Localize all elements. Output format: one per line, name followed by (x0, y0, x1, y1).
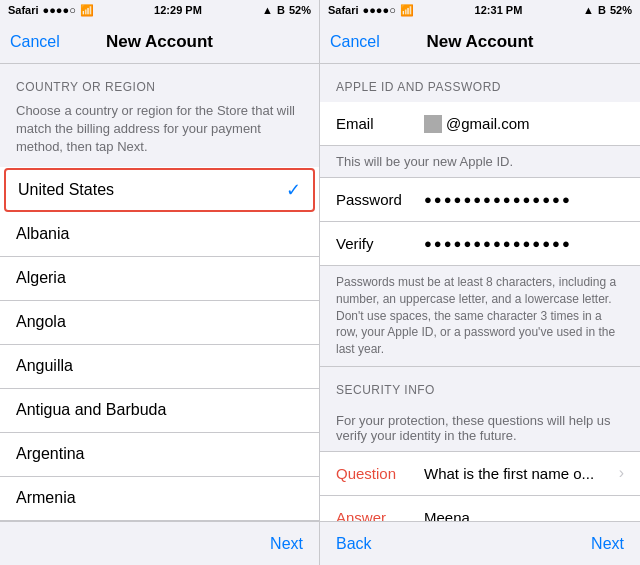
left-next-button[interactable]: Next (270, 535, 303, 553)
right-carrier: Safari (328, 4, 359, 16)
verify-label: Verify (336, 235, 416, 252)
left-wifi-icon: 📶 (80, 4, 94, 17)
country-name: Antigua and Barbuda (16, 401, 166, 419)
country-name: Angola (16, 313, 66, 331)
verify-row[interactable]: Verify ●●●●●●●●●●●●●●● (320, 222, 640, 266)
email-label: Email (336, 115, 416, 132)
left-status-bar: Safari ●●●●○ 📶 12:29 PM ▲ B 52% (0, 0, 319, 20)
question1-value: What is the first name o... (416, 465, 619, 482)
right-section-header: APPLE ID AND PASSWORD (320, 64, 640, 102)
right-signal: ●●●●○ (363, 4, 396, 16)
right-bluetooth-icon: B (598, 4, 606, 16)
left-nav-title: New Account (106, 32, 213, 52)
email-suffix: @gmail.com (446, 115, 530, 132)
email-gray-box (424, 115, 442, 133)
left-time: 12:29 PM (154, 4, 202, 16)
left-section-desc: Choose a country or region for the Store… (0, 102, 319, 167)
country-item-albania[interactable]: Albania (0, 213, 319, 257)
right-back-button[interactable]: Back (336, 535, 372, 553)
password-value: ●●●●●●●●●●●●●●● (416, 192, 624, 207)
answer1-row[interactable]: Answer Meena (320, 496, 640, 521)
country-name: Anguilla (16, 357, 73, 375)
security-desc: For your protection, these questions wil… (320, 405, 640, 452)
password-warning: Passwords must be at least 8 characters,… (320, 266, 640, 367)
security-header: SECURITY INFO (320, 367, 640, 405)
country-name: Argentina (16, 445, 85, 463)
email-row[interactable]: Email @gmail.com (320, 102, 640, 146)
country-list: United States ✓ Albania Algeria Angola A… (0, 167, 319, 521)
right-status-bar: Safari ●●●●○ 📶 12:31 PM ▲ B 52% (320, 0, 640, 20)
password-row[interactable]: Password ●●●●●●●●●●●●●●● (320, 178, 640, 222)
left-carrier: Safari (8, 4, 39, 16)
left-battery: 52% (289, 4, 311, 16)
password-section: Password ●●●●●●●●●●●●●●● Verify ●●●●●●●●… (320, 178, 640, 266)
right-battery: 52% (610, 4, 632, 16)
left-cancel-button[interactable]: Cancel (10, 33, 60, 51)
right-time: 12:31 PM (475, 4, 523, 16)
left-signal: ●●●●○ (43, 4, 76, 16)
verify-value: ●●●●●●●●●●●●●●● (416, 236, 624, 251)
right-content: APPLE ID AND PASSWORD Email @gmail.com T… (320, 64, 640, 521)
left-bluetooth-icon: B (277, 4, 285, 16)
country-name: Albania (16, 225, 69, 243)
left-location-icon: ▲ (262, 4, 273, 16)
checkmark-icon: ✓ (286, 179, 301, 201)
country-item-anguilla[interactable]: Anguilla (0, 345, 319, 389)
country-item-angola[interactable]: Angola (0, 301, 319, 345)
security-section: Question What is the first name o... › A… (320, 452, 640, 521)
right-next-button[interactable]: Next (591, 535, 624, 553)
question1-label: Question (336, 465, 416, 482)
right-nav-bar: Cancel New Account (320, 20, 640, 64)
password-label: Password (336, 191, 416, 208)
country-name: Armenia (16, 489, 76, 507)
right-cancel-button[interactable]: Cancel (330, 33, 380, 51)
right-nav-title: New Account (426, 32, 533, 52)
country-item-antigua[interactable]: Antigua and Barbuda (0, 389, 319, 433)
country-name-us: United States (18, 181, 114, 199)
answer1-value: Meena (416, 509, 624, 521)
right-panel: Safari ●●●●○ 📶 12:31 PM ▲ B 52% Cancel N… (320, 0, 640, 565)
country-item-algeria[interactable]: Algeria (0, 257, 319, 301)
left-section-header: COUNTRY OR REGION (0, 64, 319, 102)
right-location-icon: ▲ (583, 4, 594, 16)
email-value: @gmail.com (416, 115, 624, 133)
right-bottom-bar: Back Next (320, 521, 640, 565)
email-hint: This will be your new Apple ID. (320, 146, 640, 178)
right-wifi-icon: 📶 (400, 4, 414, 17)
question1-chevron-icon: › (619, 464, 624, 482)
country-item-armenia[interactable]: Armenia (0, 477, 319, 521)
apple-id-section: Email @gmail.com (320, 102, 640, 146)
left-bottom-bar: Next (0, 521, 319, 565)
answer1-label: Answer (336, 509, 416, 521)
country-name: Algeria (16, 269, 66, 287)
left-panel: Safari ●●●●○ 📶 12:29 PM ▲ B 52% Cancel N… (0, 0, 320, 565)
country-item-us[interactable]: United States ✓ (4, 168, 315, 212)
country-item-argentina[interactable]: Argentina (0, 433, 319, 477)
left-nav-bar: Cancel New Account (0, 20, 319, 64)
question1-row[interactable]: Question What is the first name o... › (320, 452, 640, 496)
